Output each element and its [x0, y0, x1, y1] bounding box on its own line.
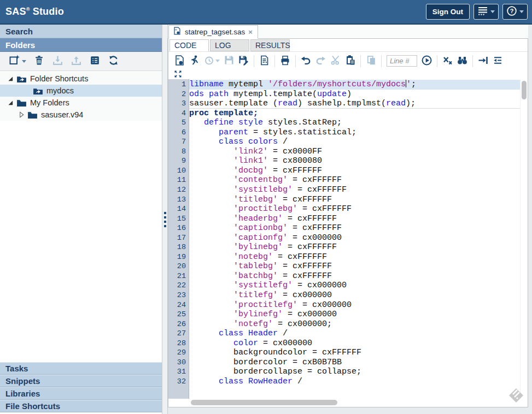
line-number: 16 — [168, 223, 189, 233]
code-line[interactable]: 'proctitlefg' = cx000000 — [189, 300, 520, 310]
code-line[interactable]: 'titlefg' = cx000000 — [189, 291, 520, 300]
code-editor: 1234567891011121314151617181920212223242… — [168, 79, 528, 399]
code-line[interactable]: 'bylinebg' = cxFFFFFF — [189, 243, 520, 252]
code-line[interactable]: 'notebg' = cxFFFFFF — [189, 252, 520, 262]
tree-item-sasuser-v94[interactable]: sasuser.v94 — [0, 109, 162, 121]
section-libraries[interactable]: Libraries — [0, 387, 162, 400]
print-icon — [279, 55, 291, 68]
tab-statrep-tagset[interactable]: statrep_tagset.sas × — [168, 25, 258, 39]
code-line[interactable]: ods path mytempl.template(update) — [189, 90, 520, 99]
horizontal-scrollbar-thumb[interactable] — [191, 400, 337, 405]
code-lines[interactable]: libname mytempl '/folders/myshortcuts/my… — [189, 79, 520, 399]
code-line[interactable]: bordercollapse = collapse; — [189, 367, 520, 377]
section-snippets[interactable]: Snippets — [0, 375, 162, 387]
properties-button[interactable] — [86, 54, 103, 69]
tab-log[interactable]: LOG — [210, 39, 249, 51]
pane-splitter[interactable] — [162, 25, 168, 414]
collapse-expander-icon[interactable] — [8, 100, 14, 106]
line-number: 24 — [168, 300, 189, 310]
code-line[interactable]: 'systitlefg' = cx000000 — [189, 281, 520, 291]
code-line[interactable]: sasuser.template (read) sashelp.tmplmst(… — [189, 99, 520, 109]
tab-code[interactable]: CODE — [169, 39, 209, 51]
app-menu-button[interactable] — [473, 4, 499, 20]
code-line[interactable]: 'headerbg' = cxFFFFFF — [189, 214, 520, 224]
line-number: 29 — [168, 348, 189, 358]
new-item-button[interactable] — [7, 54, 28, 69]
folders-section-header[interactable]: Folders — [0, 38, 162, 52]
code-line[interactable]: libname mytempl '/folders/myshortcuts/my… — [189, 80, 520, 90]
program-summary-button[interactable] — [257, 54, 272, 68]
vertical-scrollbar[interactable] — [520, 79, 528, 399]
delete-button[interactable] — [31, 54, 47, 69]
section-tasks[interactable]: Tasks — [0, 362, 162, 375]
code-line[interactable]: backgroundcolor = cxFFFFFF — [189, 348, 520, 358]
tree-item-mydocs[interactable]: mydocs — [0, 85, 162, 97]
code-line[interactable]: proc template; — [189, 109, 520, 119]
indent-button[interactable] — [476, 54, 490, 68]
copy-button[interactable] — [364, 54, 378, 68]
code-line[interactable]: class RowHeader / — [189, 377, 520, 387]
line-number: 10 — [168, 166, 189, 176]
program-icon — [174, 55, 185, 68]
submission-history-button[interactable] — [202, 54, 221, 68]
collapse-expander-icon[interactable] — [8, 76, 14, 82]
code-line[interactable]: 'contentbg' = cxFFFFFF — [189, 175, 520, 185]
code-line[interactable]: 'bylinefg' = cx000000 — [189, 310, 520, 320]
resize-grip-icon[interactable] — [508, 387, 524, 404]
new-program-button[interactable] — [172, 54, 187, 68]
code-line[interactable]: parent = styles.statistical; — [189, 128, 520, 138]
section-file-shortcuts[interactable]: File Shortcuts — [0, 400, 162, 412]
horizontal-scrollbar[interactable] — [168, 399, 528, 407]
upload-button[interactable] — [68, 54, 84, 69]
tab-results[interactable]: RESULTS — [250, 39, 290, 51]
code-line[interactable]: 'systitlebg' = cxFFFFFF — [189, 185, 520, 195]
goto-line-button[interactable] — [419, 54, 434, 68]
goto-line-input[interactable] — [387, 55, 417, 67]
code-line[interactable]: 'titlebg' = cxFFFFFF — [189, 195, 520, 205]
paste-button[interactable] — [343, 54, 358, 68]
download-button[interactable] — [49, 54, 66, 69]
code-line[interactable]: class colors / — [189, 137, 520, 147]
undo-button[interactable] — [299, 54, 313, 68]
format-code-button[interactable] — [490, 54, 505, 68]
svg-text:?: ? — [510, 8, 514, 14]
line-number: 20 — [168, 262, 189, 271]
line-number: 3 — [168, 99, 189, 109]
code-line[interactable]: 'notefg' = cx000000; — [189, 320, 520, 329]
help-button[interactable]: ? — [502, 4, 528, 20]
run-button[interactable] — [187, 54, 202, 68]
line-number: 18 — [168, 243, 189, 252]
close-icon[interactable]: × — [248, 28, 253, 36]
code-line[interactable]: 'captionbg' = cxFFFFFF — [189, 223, 520, 233]
code-line[interactable]: color = cx000000 — [189, 339, 520, 348]
save-as-button[interactable] — [236, 54, 251, 68]
code-line[interactable]: bordercolor = cxB0B7BB — [189, 358, 520, 368]
code-line[interactable]: 'docbg' = cxFFFFFF — [189, 166, 520, 176]
tree-item-my-folders[interactable]: My Folders — [0, 97, 162, 109]
run-icon — [189, 55, 200, 68]
code-line[interactable]: 'tablebg' = cxFFFFFF — [189, 262, 520, 271]
print-button[interactable] — [278, 54, 293, 68]
code-line[interactable]: 'batchbg' = cxFFFFFF — [189, 271, 520, 281]
code-line[interactable]: 'captionfg' = cx000000 — [189, 233, 520, 243]
refresh-button[interactable] — [105, 54, 121, 69]
code-line[interactable]: define style styles.StatRep; — [189, 118, 520, 128]
expand-expander-icon[interactable] — [19, 111, 25, 118]
chevron-down-icon — [22, 60, 26, 63]
redo-button[interactable] — [313, 54, 328, 68]
code-line[interactable]: 'link1' = cx800080 — [189, 156, 520, 166]
sign-out-button[interactable]: Sign Out — [426, 4, 470, 20]
new-item-icon — [9, 55, 20, 68]
cut-button[interactable] — [328, 54, 343, 68]
find-button[interactable] — [455, 54, 470, 68]
tree-item-folder-shortcuts[interactable]: Folder Shortcuts — [0, 73, 162, 85]
chevron-down-icon — [519, 10, 524, 13]
code-line[interactable]: class Header / — [189, 329, 520, 339]
save-button[interactable] — [221, 54, 236, 68]
expand-editor-button[interactable] — [173, 70, 182, 79]
vertical-scrollbar-thumb[interactable] — [522, 81, 527, 99]
code-line[interactable]: 'link2' = cx0000FF — [189, 147, 520, 157]
code-line[interactable]: 'proctitlebg' = cxFFFFFF — [189, 204, 520, 214]
clear-code-button[interactable] — [440, 54, 455, 68]
search-section-header[interactable]: Search — [0, 25, 162, 38]
